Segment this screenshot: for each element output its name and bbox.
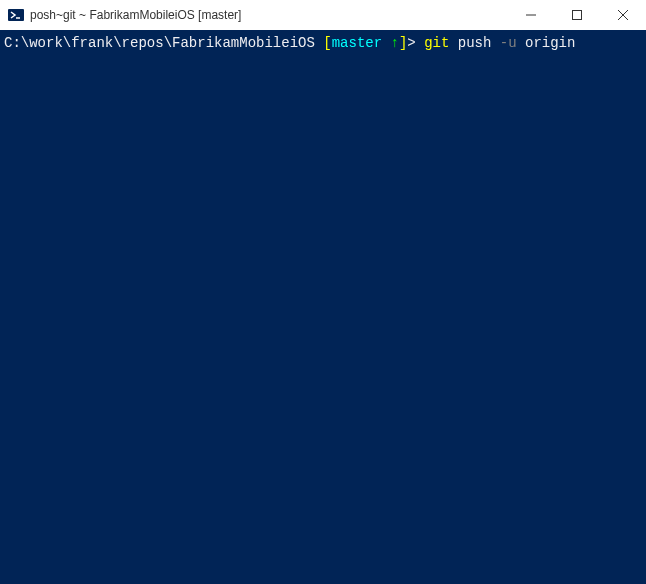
terminal-area[interactable]: C:\work\frank\repos\FabrikamMobileiOS [m… — [0, 30, 646, 584]
branch-ahead-icon: ↑ — [382, 35, 399, 51]
command-git: git — [424, 35, 449, 51]
prompt-path: C:\work\frank\repos\FabrikamMobileiOS — [4, 35, 315, 51]
powershell-icon — [8, 7, 24, 23]
command-arg: origin — [517, 35, 576, 51]
maximize-button[interactable] — [554, 0, 600, 30]
branch-name: master — [332, 35, 382, 51]
svg-rect-3 — [573, 11, 582, 20]
command-subcommand: push — [449, 35, 499, 51]
window-title: posh~git ~ FabrikamMobileiOS [master] — [30, 8, 508, 22]
window-controls — [508, 0, 646, 30]
prompt-symbol: > — [407, 35, 424, 51]
minimize-button[interactable] — [508, 0, 554, 30]
close-button[interactable] — [600, 0, 646, 30]
branch-bracket-open: [ — [315, 35, 332, 51]
titlebar: posh~git ~ FabrikamMobileiOS [master] — [0, 0, 646, 30]
prompt-line: C:\work\frank\repos\FabrikamMobileiOS [m… — [4, 35, 575, 51]
command-flag: -u — [500, 35, 517, 51]
